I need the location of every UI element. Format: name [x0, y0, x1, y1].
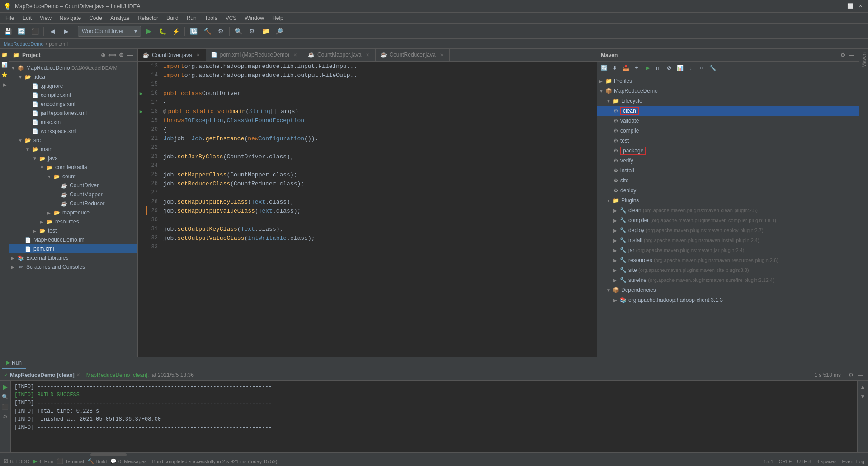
- expand-button[interactable]: ↔: [697, 63, 707, 73]
- run-button[interactable]: ▶: [143, 25, 155, 37]
- close-button[interactable]: ✕: [856, 2, 864, 10]
- menu-view[interactable]: View: [36, 14, 55, 22]
- tree-item-countreducer[interactable]: ☕ CountReducer: [9, 199, 137, 208]
- maven-item-hadoop[interactable]: ▶ 📚 org.apache.hadoop:hadoop-client:3.1.…: [597, 295, 859, 305]
- favorites-icon[interactable]: ⭐: [0, 71, 9, 79]
- run-stop-button[interactable]: ⬛: [1, 403, 9, 411]
- tree-item-idea[interactable]: ▼ 📂 .idea: [9, 72, 137, 81]
- tab-close-button[interactable]: ✕: [76, 372, 80, 377]
- tree-item-compiler[interactable]: 📄 compiler.xml: [9, 90, 137, 100]
- menu-build[interactable]: Build: [163, 14, 182, 22]
- tree-item-misc[interactable]: 📄 misc.xml: [9, 118, 137, 127]
- maven-item-plugin-site[interactable]: ▶ 🔧 site (org.apache.maven.plugins:maven…: [597, 265, 859, 275]
- messages-status[interactable]: 💬 0: Messages: [110, 458, 146, 464]
- run-maven-button[interactable]: ▶: [642, 63, 652, 73]
- project-icon[interactable]: 📁: [0, 51, 9, 59]
- menu-edit[interactable]: Edit: [19, 14, 35, 22]
- maven-item-verify[interactable]: ⚙ verify: [597, 156, 859, 166]
- search-button[interactable]: 🔍: [232, 25, 244, 37]
- settings-button[interactable]: ⚙: [246, 25, 258, 37]
- tab-close-button[interactable]: ✕: [292, 52, 298, 58]
- maven-item-site[interactable]: ⚙ site: [597, 176, 859, 185]
- menu-navigate[interactable]: Navigate: [56, 14, 85, 22]
- right-tab-maven[interactable]: Maven: [860, 49, 868, 71]
- maven-item-mapreduce[interactable]: ▼ 📦 MapReduceDemo: [597, 86, 859, 96]
- maven-item-compile[interactable]: ⚙ compile: [597, 126, 859, 136]
- tree-item-jarrepos[interactable]: 📄 jarRepositories.xml: [9, 109, 137, 118]
- collapse-all-button[interactable]: ⟺: [108, 52, 116, 59]
- tab-close-button[interactable]: ✕: [364, 52, 371, 58]
- maximize-button[interactable]: ⬜: [846, 2, 854, 10]
- coverage-button[interactable]: ⚡: [170, 25, 182, 37]
- tab-pom[interactable]: 📄 pom.xml (MapReduceDemo) ✕: [206, 49, 303, 61]
- maven-item-lifecycle[interactable]: ▼ 📁 Lifecycle: [597, 96, 859, 106]
- tree-item-pom[interactable]: 📄 pom.xml: [9, 244, 137, 253]
- more-button[interactable]: ⚙: [215, 25, 226, 37]
- magnifier-button[interactable]: 🔎: [273, 25, 285, 37]
- menu-file[interactable]: File: [2, 14, 18, 22]
- maven-item-install[interactable]: ⚙ install: [597, 166, 859, 176]
- breadcrumb-file[interactable]: pom.xml: [49, 41, 68, 47]
- tree-item-encodings[interactable]: 📄 encodings.xml: [9, 100, 137, 109]
- maven-item-plugin-compiler[interactable]: ▶ 🔧 compiler (org.apache.maven.plugins:m…: [597, 215, 859, 225]
- build-status[interactable]: 🔨 Build: [88, 458, 107, 464]
- maven-item-dependencies[interactable]: ▼ 📦 Dependencies: [597, 285, 859, 295]
- forward-button[interactable]: ▶: [60, 25, 72, 37]
- tree-item-gitignore[interactable]: 📄 .gitignore: [9, 81, 137, 90]
- run-filter-button[interactable]: ⚙: [1, 413, 9, 421]
- tab-countreducer[interactable]: ☕ CountReducer.java ✕: [376, 49, 450, 61]
- maven-item-validate[interactable]: ⚙ validate: [597, 116, 859, 126]
- tree-item-scratches[interactable]: ▶ ✏ Scratches and Consoles: [9, 262, 137, 271]
- skip-tests-button[interactable]: ⊘: [664, 63, 674, 73]
- scroll-up-button[interactable]: ▲: [859, 383, 867, 391]
- scroll-down-button[interactable]: ▼: [859, 393, 867, 401]
- structure-icon[interactable]: 📊: [0, 61, 9, 69]
- maven-item-profiles[interactable]: ▶ 📁 Profiles: [597, 76, 859, 86]
- menu-window[interactable]: Window: [241, 14, 268, 22]
- tree-item-mapreduce-iml[interactable]: 📄 MapReduceDemo.iml: [9, 235, 137, 244]
- tab-close-button[interactable]: ✕: [439, 52, 445, 58]
- maven-item-package[interactable]: ⚙ package: [597, 146, 859, 156]
- unknown-button[interactable]: ⬛: [29, 25, 41, 37]
- menu-code[interactable]: Code: [85, 14, 106, 22]
- tree-item-count[interactable]: ▼ 📂 count: [9, 172, 137, 181]
- update-button[interactable]: 🔃: [188, 25, 199, 37]
- sync-button[interactable]: 🔄: [15, 25, 27, 37]
- menu-vcs[interactable]: VCS: [222, 14, 241, 22]
- terminal-button[interactable]: 📁: [259, 25, 271, 37]
- maven-item-plugins[interactable]: ▼ 📁 Plugins: [597, 195, 859, 205]
- tab-close-button[interactable]: ✕: [195, 52, 201, 58]
- collapse-button[interactable]: ↕: [686, 63, 696, 73]
- code-editor[interactable]: 13 import org.apache.hadoop.mapreduce.li…: [138, 62, 597, 357]
- tree-item-java[interactable]: ▼ 📂 java: [9, 154, 137, 163]
- title-bar-controls[interactable]: — ⬜ ✕: [836, 2, 864, 10]
- encoding-status[interactable]: UTF-8: [797, 459, 811, 464]
- add-config-button[interactable]: ⊕: [99, 52, 107, 59]
- back-button[interactable]: ◀: [47, 25, 58, 37]
- run-tab[interactable]: ▶ Run: [2, 358, 26, 369]
- tree-item-workspace[interactable]: 📄 workspace.xml: [9, 127, 137, 136]
- run-play-button[interactable]: ▶: [1, 383, 9, 391]
- tree-item-countdriver[interactable]: ☕ CountDriver: [9, 181, 137, 190]
- menu-run[interactable]: Run: [183, 14, 200, 22]
- position-status[interactable]: 15:1: [764, 459, 773, 464]
- download-sources-button[interactable]: ⬇: [610, 63, 620, 73]
- tree-item-com-leokadia[interactable]: ▼ 📂 com.leokadia: [9, 163, 137, 172]
- breadcrumb-project[interactable]: MapReduceDemo: [4, 41, 44, 47]
- maven-item-plugin-surefire[interactable]: ▶ 🔧 surefire (org.apache.maven.plugins:m…: [597, 275, 859, 285]
- maven-item-plugin-clean[interactable]: ▶ 🔧 clean (org.apache.maven.plugins:mave…: [597, 205, 859, 215]
- terminal-status[interactable]: ⬛ Terminal: [57, 458, 84, 464]
- maven-item-deploy[interactable]: ⚙ deploy: [597, 185, 859, 195]
- run-search-button[interactable]: 🔍: [1, 393, 9, 401]
- run-status-item[interactable]: ▶ 4: Run: [33, 458, 53, 464]
- maven-item-test[interactable]: ⚙ test: [597, 136, 859, 146]
- run-config-dropdown[interactable]: WordCountDriver ▾: [78, 26, 141, 37]
- tree-item-mapreduce[interactable]: ▶ 📂 mapreduce: [9, 208, 137, 217]
- run-minimize-button[interactable]: —: [857, 371, 864, 379]
- tab-countmapper[interactable]: ☕ CountMapper.java ✕: [303, 49, 375, 61]
- tree-item-mapreduce-demo[interactable]: ▼ 📦 MapReduceDemo D:\JAVAcodeIDEA\M: [9, 63, 137, 72]
- build-button[interactable]: 🔨: [201, 25, 213, 37]
- maven-item-plugin-deploy[interactable]: ▶ 🔧 deploy (org.apache.maven.plugins:mav…: [597, 225, 859, 235]
- tree-item-test[interactable]: ▶ 📂 test: [9, 226, 137, 235]
- tree-item-main[interactable]: ▼ 📂 main: [9, 145, 137, 154]
